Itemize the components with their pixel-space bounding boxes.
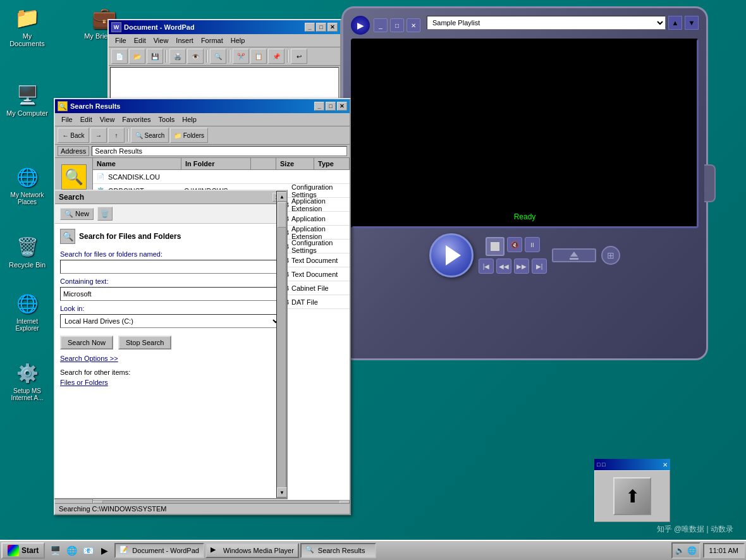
sr-back-btn[interactable]: ← Back	[58, 128, 89, 143]
scroll-track[interactable]	[277, 202, 286, 487]
wordpad-find-btn[interactable]: 🔍	[210, 49, 226, 64]
desktop-icon-recycle-bin[interactable]: 🗑️ Recycle Bin	[5, 234, 49, 269]
wordpad-save-btn[interactable]: 💾	[147, 49, 163, 64]
media-next-frame-btn[interactable]: ▶|	[532, 259, 547, 274]
search-new-button[interactable]: 🔍 New	[60, 208, 94, 220]
sr-menu-help[interactable]: Help	[178, 114, 200, 125]
search-clear-btn[interactable]: 🗑️	[97, 207, 113, 221]
eject-triangle	[570, 252, 578, 257]
search-panel-scrollbar[interactable]: ▲ ▼	[276, 191, 286, 498]
small-window-titlebar[interactable]: □ □ ✕	[594, 459, 670, 470]
sr-menu-file[interactable]: File	[58, 114, 76, 125]
search-other-label: Search for other items:	[60, 368, 281, 376]
ie-icon: 🌐	[15, 291, 40, 316]
media-controls-row2: |◀ ◀◀ ▶▶ ▶|	[479, 259, 547, 274]
media-prev-frame-btn[interactable]: |◀	[479, 259, 494, 274]
wordpad-menu-edit[interactable]: Edit	[130, 35, 150, 46]
wordpad-open-btn[interactable]: 📂	[129, 49, 145, 64]
sr-menu-view[interactable]: View	[96, 114, 119, 125]
desktop-icon-my-documents[interactable]: 📁 My Documents	[5, 5, 49, 47]
wordpad-menu-view[interactable]: View	[150, 35, 173, 46]
media-stop-button[interactable]	[486, 237, 504, 256]
media-rewind-btn[interactable]: ◀◀	[496, 259, 511, 274]
wordpad-menu-insert[interactable]: Insert	[172, 35, 197, 46]
sr-search-btn[interactable]: 🔍 Search	[131, 128, 169, 143]
desktop-icon-my-computer[interactable]: 🖥️ My Computer	[5, 82, 49, 117]
media-close-btn[interactable]: ✕	[407, 18, 420, 32]
sr-menu-tools[interactable]: Tools	[155, 114, 179, 125]
wordpad-paste-btn[interactable]: 📌	[268, 49, 284, 64]
taskbar-ie-btn[interactable]: 🌐	[64, 543, 79, 558]
small-window-icon[interactable]: ⬆	[613, 477, 651, 515]
scroll-thumb[interactable]	[278, 202, 286, 228]
media-scroll-up[interactable]: ▲	[668, 16, 682, 30]
files-folders-link[interactable]: Files or Folders	[60, 379, 108, 386]
search-now-button[interactable]: Search Now	[60, 336, 113, 350]
media-ff-btn[interactable]: ▶▶	[514, 259, 529, 274]
media-min-btn[interactable]: _	[374, 18, 388, 32]
taskbar-mail-btn[interactable]: 📧	[80, 543, 95, 558]
col-type[interactable]: Type	[314, 158, 350, 169]
wordpad-preview-btn[interactable]: 👁️	[187, 49, 204, 64]
taskbar-show-desktop[interactable]: 🖥️	[47, 543, 63, 558]
sr-forward-btn[interactable]: →	[90, 128, 107, 143]
search-name-input[interactable]	[60, 260, 281, 274]
taskbar-media-btn[interactable]: ▶	[97, 543, 112, 558]
taskbar-search-icon: 🔍	[305, 545, 315, 556]
wordpad-titlebar[interactable]: W Document - WordPad _ □ ✕	[109, 20, 340, 34]
col-folder[interactable]: In Folder	[181, 158, 251, 169]
start-button[interactable]: Start	[1, 542, 45, 559]
wordpad-undo-btn[interactable]: ↩	[291, 49, 307, 64]
address-input[interactable]: Search Results	[92, 146, 347, 156]
search-results-controls: _ □ ✕	[314, 102, 347, 111]
media-max-btn[interactable]: □	[390, 18, 404, 32]
wordpad-minimize[interactable]: _	[305, 23, 315, 32]
small-window-close[interactable]: ✕	[663, 461, 668, 468]
wordpad-maximize[interactable]: □	[316, 23, 326, 32]
search-options-link[interactable]: Search Options >>	[60, 355, 281, 362]
stop-search-button[interactable]: Stop Search	[118, 336, 172, 350]
containing-text-input[interactable]	[60, 287, 281, 301]
desktop-icon-setup[interactable]: ⚙️ Setup MSInternet A...	[5, 360, 49, 401]
wordpad-menu-file[interactable]: File	[111, 35, 130, 46]
sr-up-btn[interactable]: ↑	[108, 128, 125, 143]
wordpad-new-btn[interactable]: 📄	[111, 49, 128, 64]
search-results-close[interactable]: ✕	[337, 102, 347, 111]
taskbar-item-wordpad[interactable]: 📝 Document - WordPad	[114, 543, 204, 558]
desktop-icon-my-network[interactable]: 🌐 My NetworkPlaces	[5, 164, 49, 205]
search-results-titlebar[interactable]: 🔍 Search Results _ □ ✕	[55, 99, 350, 113]
col-name[interactable]: Name	[93, 158, 181, 169]
wordpad-content[interactable]	[110, 67, 339, 99]
desktop-icon-ie[interactable]: 🌐 InternetExplorer	[5, 291, 49, 332]
ie-label: InternetExplorer	[15, 318, 39, 332]
media-mute-btn[interactable]: 🔇	[507, 237, 522, 252]
scroll-down-btn[interactable]: ▼	[277, 487, 287, 497]
taskbar-item-search-results[interactable]: 🔍 Search Results	[300, 543, 376, 558]
sr-menu-favorites[interactable]: Favorites	[118, 114, 154, 125]
wordpad-cut-btn[interactable]: ✂️	[233, 49, 249, 64]
sr-folders-btn[interactable]: 📁 Folders	[170, 128, 208, 143]
wordpad-print-btn[interactable]: 🖨️	[169, 49, 186, 64]
scroll-up-btn[interactable]: ▲	[277, 192, 287, 202]
wordpad-menu-format[interactable]: Format	[197, 35, 227, 46]
wordpad-copy-btn[interactable]: 📋	[250, 49, 267, 64]
file-row[interactable]: 📄 SCANDISK.LOU	[93, 170, 350, 184]
wordpad-menu-help[interactable]: Help	[227, 35, 249, 46]
media-play-button[interactable]	[429, 233, 474, 277]
media-extra-btn[interactable]: ⊞	[601, 246, 620, 265]
media-playlist-select[interactable]: Sample Playlist	[427, 16, 666, 30]
media-eject-button[interactable]	[552, 248, 596, 262]
media-scroll-down[interactable]: ▼	[685, 16, 699, 30]
look-in-select[interactable]: Local Hard Drives (C:)	[60, 314, 281, 328]
search-results-minimize[interactable]: _	[314, 102, 324, 111]
wordpad-toolbar: 📄 📂 💾 🖨️ 👁️ 🔍 ✂️ 📋 📌 ↩	[109, 47, 340, 66]
wordpad-close[interactable]: ✕	[327, 23, 338, 32]
file-icon-1: 📄	[95, 172, 106, 182]
search-panel-titlebar[interactable]: Search ✕	[55, 191, 286, 204]
media-side-button[interactable]	[704, 164, 716, 202]
taskbar-item-media-player[interactable]: ▶ Windows Media Player	[205, 543, 299, 558]
search-results-maximize[interactable]: □	[326, 102, 336, 111]
media-pause-btn[interactable]: ⏸	[525, 237, 540, 252]
col-size[interactable]: Size	[276, 158, 314, 169]
sr-menu-edit[interactable]: Edit	[76, 114, 96, 125]
